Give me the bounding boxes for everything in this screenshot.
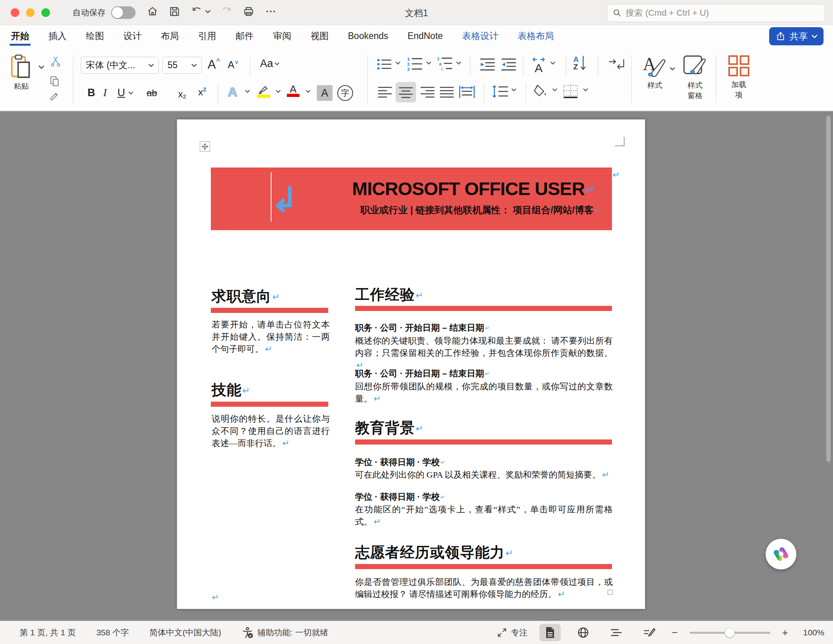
text-effects-button[interactable]: A: [228, 84, 238, 100]
job-heading[interactable]: 职务 · 公司 · 开始日期 – 结束日期: [355, 368, 489, 380]
format-painter-button[interactable]: [49, 91, 61, 103]
highlight-chevron[interactable]: [276, 90, 281, 93]
zoom-level[interactable]: 100%: [800, 628, 824, 637]
borders-chevron[interactable]: [583, 88, 588, 91]
sort-button[interactable]: A Z: [573, 55, 586, 71]
volunteer-body[interactable]: 你是否曾管理过俱乐部团队、为最喜爱的慈善团体带领过项目，或编辑过校报？ 请尽情描…: [355, 576, 613, 600]
degree-heading[interactable]: 学位 · 获得日期 · 学校: [355, 491, 445, 503]
underline-button[interactable]: U: [117, 87, 133, 99]
enclose-characters-button[interactable]: 字: [337, 85, 353, 101]
phonetic-chevron[interactable]: [550, 61, 555, 65]
skills-body[interactable]: 说明你的特长。是什么让你与众不同？使用自己的语言进行表述—而非行话。: [212, 413, 330, 449]
job-heading[interactable]: 职务 · 公司 · 开始日期 – 结束日期: [355, 322, 489, 334]
superscript-button[interactable]: x 2: [198, 86, 206, 98]
zoom-out-button[interactable]: −: [672, 627, 678, 639]
zoom-slider-thumb[interactable]: [725, 627, 735, 638]
tab-layout[interactable]: 布局: [160, 30, 180, 42]
job-body[interactable]: 回想你所带领团队的规模，你完成的项目数量，或你写过的文章数量。: [355, 380, 613, 405]
tab-draw[interactable]: 绘图: [85, 30, 105, 42]
shading-button[interactable]: [533, 84, 548, 98]
outline-view-button[interactable]: [606, 624, 627, 641]
tab-insert[interactable]: 插入: [48, 30, 67, 42]
resume-banner[interactable]: MICROSOFT OFFICE USER 职业或行业 | 链接到其他联机属性：…: [211, 168, 612, 230]
font-size-select[interactable]: 55: [162, 57, 202, 74]
zoom-in-button[interactable]: +: [782, 627, 788, 639]
grow-font-button[interactable]: A ^: [208, 58, 220, 72]
section-objective-title[interactable]: 求职意向: [212, 287, 280, 306]
degree-heading[interactable]: 学位 · 获得日期 · 学校: [355, 456, 445, 468]
bullets-chevron[interactable]: [396, 61, 400, 65]
tab-table-design[interactable]: 表格设计: [461, 30, 499, 42]
table-move-handle[interactable]: [200, 141, 210, 152]
document-page[interactable]: MICROSOFT OFFICE USER 职业或行业 | 链接到其他联机属性：…: [177, 119, 645, 609]
search-box[interactable]: [607, 4, 825, 22]
paste-button[interactable]: 粘贴: [10, 54, 32, 91]
distribute-text-button[interactable]: [459, 85, 475, 99]
copy-button[interactable]: [49, 75, 61, 87]
justify-button[interactable]: [439, 86, 454, 98]
phonetic-guide-button[interactable]: A: [532, 57, 545, 62]
degree-body[interactable]: 可在此处列出你的 GPA 以及相关课程、奖励和荣誉的简短摘要。: [355, 469, 613, 481]
font-name-select[interactable]: 宋体 (中文...: [81, 57, 159, 74]
section-education-title[interactable]: 教育背景: [355, 418, 424, 438]
paste-menu-chevron[interactable]: [39, 65, 44, 69]
job-body[interactable]: 概述你的关键职责、领导能力体现和最主要成就： 请不要列出所有内容；只需保留相关的…: [355, 335, 613, 371]
tab-review[interactable]: 审阅: [272, 30, 292, 42]
tab-table-layout[interactable]: 表格布局: [517, 30, 555, 42]
bullets-button[interactable]: [377, 58, 392, 71]
word-count-indicator[interactable]: 358 个字: [96, 627, 129, 638]
bold-button[interactable]: B: [87, 87, 95, 99]
tab-view[interactable]: 视图: [310, 30, 329, 42]
tab-mailings[interactable]: 邮件: [235, 30, 255, 42]
addins-button[interactable]: 加载项: [726, 54, 752, 100]
tab-references[interactable]: 引用: [197, 30, 217, 42]
vertical-scrollbar[interactable]: [826, 116, 831, 462]
tab-endnote[interactable]: EndNote: [407, 31, 444, 41]
share-button[interactable]: 共享: [769, 27, 824, 45]
numbering-button[interactable]: 123: [407, 56, 423, 72]
tab-design[interactable]: 设计: [123, 30, 142, 42]
zoom-slider[interactable]: [690, 632, 770, 634]
tab-home[interactable]: 开始: [10, 30, 30, 42]
cut-button[interactable]: [50, 55, 61, 68]
styles-button[interactable]: A 样式: [642, 54, 668, 91]
tab-bookends[interactable]: Bookends: [347, 31, 389, 41]
resume-subtitle[interactable]: 职业或行业 | 链接到其他联机属性： 项目组合/网站/博客: [290, 204, 599, 216]
accessibility-status[interactable]: 辅助功能: 一切就绪: [242, 627, 328, 638]
multilevel-list-button[interactable]: 1ai: [437, 56, 453, 72]
subscript-button[interactable]: x 2: [178, 88, 186, 100]
character-shading-button[interactable]: A: [317, 85, 333, 101]
styles-chevron[interactable]: [670, 67, 675, 71]
style-pane-button[interactable]: 样式窗格: [682, 54, 708, 101]
table-resize-handle[interactable]: [608, 590, 613, 595]
align-right-button[interactable]: [420, 86, 435, 98]
print-layout-view-button[interactable]: [539, 624, 561, 641]
line-spacing-button[interactable]: [492, 84, 509, 99]
italic-button[interactable]: I: [103, 87, 107, 99]
change-case-button[interactable]: Aa: [260, 58, 279, 70]
strikethrough-button[interactable]: ab: [147, 87, 157, 99]
font-color-chevron[interactable]: [306, 90, 311, 93]
shrink-font-button[interactable]: A ^: [228, 59, 238, 71]
search-input[interactable]: [626, 8, 819, 18]
text-effects-chevron[interactable]: [245, 90, 250, 93]
web-layout-view-button[interactable]: [573, 624, 594, 641]
section-volunteer-title[interactable]: 志愿者经历或领导能力: [355, 543, 513, 562]
align-left-button[interactable]: [377, 86, 392, 98]
line-spacing-chevron[interactable]: [511, 88, 516, 91]
shading-chevron[interactable]: [552, 88, 557, 91]
resume-name[interactable]: MICROSOFT OFFICE USER: [290, 178, 595, 199]
focus-mode-button[interactable]: 专注: [497, 627, 528, 638]
page-number-indicator[interactable]: 第 1 页, 共 1 页: [20, 627, 76, 638]
increase-indent-button[interactable]: [500, 58, 517, 71]
borders-button[interactable]: [563, 84, 578, 99]
language-indicator[interactable]: 简体中文(中国大陆): [149, 627, 221, 638]
section-skills-title[interactable]: 技能: [212, 380, 250, 400]
font-color-button[interactable]: A: [287, 84, 299, 97]
objective-body[interactable]: 若要开始，请单击占位符文本并开始键入。保持简洁：一两个句子即可。: [212, 318, 330, 355]
decrease-indent-button[interactable]: [479, 58, 496, 71]
copilot-button[interactable]: [766, 539, 796, 570]
degree-body[interactable]: 在功能区的“开始”选项卡上，查看“样式”，单击即可应用所需格式。: [355, 503, 613, 528]
section-work-title[interactable]: 工作经验: [355, 285, 424, 305]
highlight-color-button[interactable]: [257, 84, 270, 98]
